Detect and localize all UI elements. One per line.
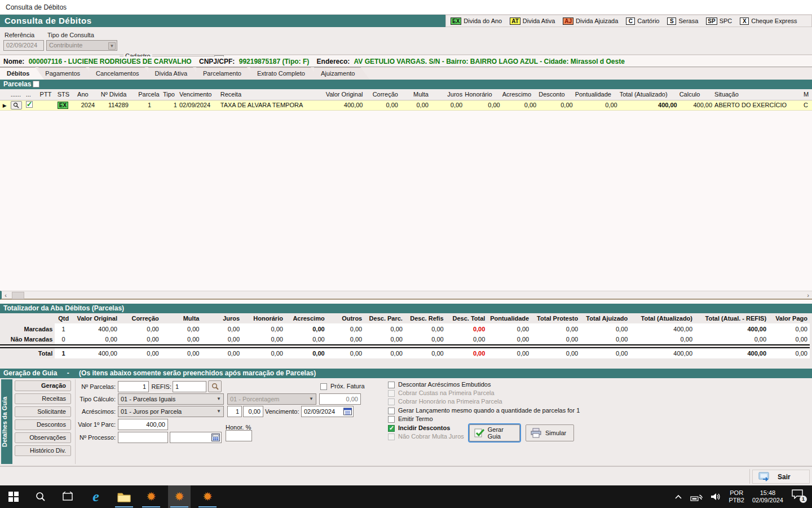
acrescimos-select[interactable]: 01 - Juros por Parcela▼ [118, 406, 224, 417]
exit-icon [758, 472, 772, 482]
col-total-atualizado[interactable]: Total (Atualizado) [619, 89, 678, 100]
tab-divida-ativa[interactable]: Divida Ativa [148, 67, 202, 80]
app-icon-3[interactable]: ✹ [196, 485, 219, 508]
legend-cartorio: CCartório [626, 17, 659, 25]
speaker-icon[interactable] [710, 492, 721, 501]
vencimento-input[interactable]: 02/09/2024 [301, 406, 354, 417]
col-pontualidade[interactable]: Pontualidade [574, 89, 619, 100]
col-vencimento[interactable]: Vencimento [178, 89, 219, 100]
col-ptt[interactable]: PTT [39, 89, 56, 100]
tray-chevron-up-icon[interactable] [674, 494, 682, 500]
refis-input[interactable]: 1 [173, 381, 206, 392]
running-indicator [142, 506, 160, 507]
acrescimos-qtd-input[interactable]: 1 [227, 406, 242, 417]
processo-data-input[interactable] [170, 432, 222, 443]
row-juros: 0,00 [430, 100, 464, 110]
grid-header-row: ...... ... PTT STS Ano Nº Divida Parcela… [0, 89, 812, 100]
system-tray: POR PTB2 15:48 02/09/2024 1 [670, 485, 812, 508]
row-ano: 2024 [76, 100, 100, 110]
porcentagem-valor-input[interactable]: 0,00 [319, 393, 361, 405]
language-indicator[interactable]: POR PTB2 [729, 489, 744, 504]
simular-button[interactable]: Simular [526, 424, 574, 441]
col-desconto[interactable]: Desconto [537, 89, 573, 100]
col-m-cut[interactable]: M [802, 89, 812, 100]
taskbar-search-button[interactable] [29, 485, 52, 508]
checkbox-incidir-descontos[interactable]: Incidir Descontos [388, 424, 450, 432]
app-icon-2-active[interactable]: ✹ [168, 485, 191, 508]
nav-observacoes-button[interactable]: Observações [15, 432, 71, 443]
col-calculo[interactable]: Calculo [678, 89, 713, 100]
check-document-icon [474, 428, 484, 438]
tab-cancelamentos[interactable]: Cancelamentos [89, 67, 153, 80]
col-juros[interactable]: Juros [430, 89, 464, 100]
parcela-row[interactable]: ▶ EX 2024 114289 1 1 02/09/2024 TAXA DE … [0, 100, 812, 110]
col-divida[interactable]: Nº Divida [100, 89, 138, 100]
checkbox-gerar-lancamento[interactable]: Gerar Lançamento mesmo quando a quantida… [388, 407, 580, 414]
tab-pagamentos[interactable]: Pagamentos [38, 67, 95, 80]
legend-cheque-express: XCheque Express [740, 17, 797, 25]
notification-center-button[interactable]: 1 [791, 489, 808, 505]
checkbox-cobrar-custas[interactable]: Cobrar Custas na Primeira Parcela [388, 389, 495, 397]
taskbar: e ✹ ✹ ✹ POR PTB2 15:48 [0, 485, 812, 508]
n-parcelas-input[interactable]: 1 [118, 381, 149, 392]
totalizador-section-header: Totalizador da Aba Débitos (Parcelas) [0, 304, 812, 313]
col-situacao[interactable]: Situação [713, 89, 802, 100]
tab-parcelamento[interactable]: Parcelamento [196, 67, 256, 80]
col-acrescimo[interactable]: Acrescimo [501, 89, 537, 100]
refis-search-button[interactable] [208, 380, 222, 392]
col-multa[interactable]: Multa [399, 89, 430, 100]
nav-receitas-button[interactable]: Receitas [15, 393, 71, 404]
nav-solicitante-button[interactable]: Solicitante [15, 406, 71, 417]
file-explorer-icon[interactable] [113, 485, 135, 508]
scroll-right-arrow[interactable]: › [804, 292, 812, 299]
honor-input[interactable] [226, 430, 252, 441]
scroll-left-arrow[interactable]: ‹ [2, 292, 10, 299]
app-icon-1[interactable]: ✹ [140, 485, 162, 508]
nav-geracao-button[interactable]: Geração [15, 380, 71, 391]
tab-ajuizamento[interactable]: Ajuizamento [314, 67, 370, 80]
valor1-input[interactable]: 400,00 [118, 419, 168, 430]
porcentagem-select[interactable]: 01 - Porcentagem▼ [227, 393, 316, 405]
tipo-calculo-select[interactable]: 01 - Parcelas Iguais▼ [118, 393, 224, 405]
ex-badge: EX [451, 17, 461, 25]
tab-extrato-completo[interactable]: Extrato Completo [250, 67, 320, 80]
tipo-consulta-select[interactable]: Contribuinte▼ [46, 40, 117, 51]
col-ano[interactable]: Ano [76, 89, 100, 100]
chevron-down-icon: ▼ [215, 408, 223, 415]
col-tipo[interactable]: Tipo [162, 89, 178, 100]
task-view-button[interactable] [56, 485, 79, 508]
tab-debitos[interactable]: Débitos [0, 67, 44, 80]
calendar-icon[interactable] [343, 408, 352, 415]
acrescimos-juros-input[interactable]: 0,00 [243, 406, 263, 417]
gerar-guia-button[interactable]: Gerar Guia [469, 424, 520, 441]
row-detail-button[interactable] [11, 101, 22, 110]
nav-descontos-button[interactable]: Descontos [15, 419, 71, 430]
row-select-checkbox[interactable] [26, 101, 33, 108]
checkbox-emitir-termo[interactable]: Emitir Termo [388, 415, 433, 423]
processo-input[interactable] [118, 432, 168, 443]
aj-badge: AJ [563, 17, 573, 25]
prox-fatura-checkbox[interactable]: Próx. Fatura [320, 383, 365, 390]
sair-button[interactable]: Sair [752, 470, 810, 484]
row-total: 400,00 [619, 100, 678, 110]
referencia-field[interactable]: 02/09/2024 [3, 40, 44, 51]
start-button[interactable] [2, 485, 25, 508]
col-correcao[interactable]: Correção [364, 89, 399, 100]
col-receita[interactable]: Receita [219, 89, 310, 100]
col-parcela[interactable]: Parcela [137, 89, 162, 100]
internet-explorer-icon[interactable]: e [85, 485, 107, 508]
col-honorario[interactable]: Honorário [464, 89, 501, 100]
col-valor-original[interactable]: Valor Original [310, 89, 364, 100]
checkbox-descontar-acrescimos[interactable]: Descontar Acréscimos Embutidos [388, 381, 491, 388]
clock[interactable]: 15:48 02/09/2024 [752, 489, 783, 504]
status-legend: EXDivida do Ano ATDivida Ativa AJDivida … [445, 15, 812, 27]
network-icon[interactable] [690, 492, 703, 501]
scrollbar-thumb[interactable] [12, 292, 24, 299]
calculator-icon[interactable] [211, 433, 220, 441]
select-all-checkbox[interactable] [33, 81, 39, 87]
col-sts[interactable]: STS [56, 89, 76, 100]
checkbox-nao-cobrar-multa[interactable]: Não Cobrar Multa Juros [388, 433, 464, 440]
nav-historico-button[interactable]: Histórico Div. [15, 445, 71, 456]
checkbox-cobrar-honorario[interactable]: Cobrar Honorário na Primeira Parcela [388, 398, 502, 405]
grid-horizontal-scrollbar[interactable]: ‹ › [0, 291, 812, 300]
